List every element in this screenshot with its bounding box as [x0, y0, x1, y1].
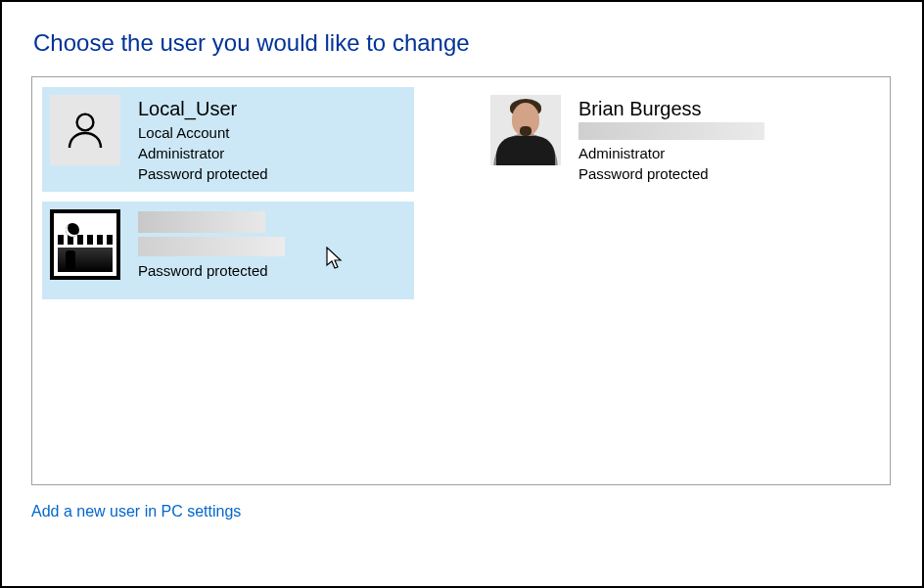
- user-info: Local_User Local Account Administrator P…: [138, 95, 406, 184]
- user-name: Brian Burgess: [578, 97, 847, 120]
- user-detail: Administrator: [578, 143, 847, 163]
- user-detail: Password protected: [138, 260, 406, 281]
- page-heading: Choose the user you would like to change: [33, 29, 893, 57]
- user-name: Local_User: [138, 97, 406, 120]
- redacted-email: [138, 237, 285, 256]
- user-detail: Password protected: [578, 163, 847, 184]
- users-container: Local_User Local Account Administrator P…: [31, 76, 891, 485]
- user-info: Password protected: [138, 209, 406, 281]
- user-detail: Local Account: [138, 122, 406, 143]
- user-detail: Administrator: [138, 143, 406, 163]
- add-user-link[interactable]: Add a new user in PC settings: [31, 503, 241, 520]
- user-card-local-user[interactable]: Local_User Local Account Administrator P…: [42, 87, 414, 192]
- user-info: Brian Burgess Administrator Password pro…: [578, 95, 847, 184]
- redacted-email: [578, 122, 764, 140]
- avatar-photo: [490, 95, 561, 165]
- user-card-brian-burgess[interactable]: Brian Burgess Administrator Password pro…: [483, 87, 855, 192]
- avatar-photo: [50, 209, 120, 280]
- user-detail: Password protected: [138, 163, 406, 184]
- person-icon: [50, 95, 120, 165]
- users-grid: Local_User Local Account Administrator P…: [42, 87, 880, 299]
- user-card-redacted[interactable]: Password protected: [42, 202, 414, 299]
- redacted-name: [138, 211, 265, 233]
- svg-point-0: [77, 114, 94, 131]
